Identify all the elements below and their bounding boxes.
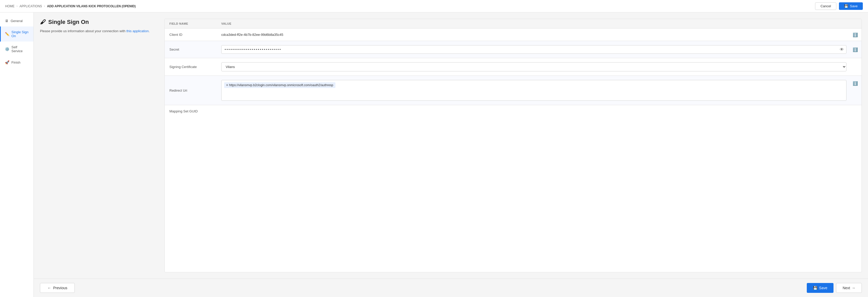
breadcrumb-home[interactable]: HOME [5,4,14,8]
field-label-client-id: Client ID [165,29,217,41]
info-cell-signing-cert [851,58,862,76]
top-nav: HOME › APPLICATIONS › ADD APPLICATION VI… [0,0,868,12]
form-table: FIELD NAME VALUE Client ID cdca3ded-ff2e… [165,19,862,117]
save-top-label: Save [850,4,858,8]
previous-button[interactable]: ← Previous [40,283,75,293]
info-cell-secret: ℹ️ [851,41,862,58]
sidebar-item-self-service-label: Self Service [11,45,29,53]
sidebar-item-self-service[interactable]: ⚙️ Self Service [0,41,33,57]
value-cell-secret: 👁 [217,41,851,58]
subtitle-before: Please provide us information about your… [40,29,126,33]
value-cell-client-id: cdca3ded-ff2e-4b7b-82ee-99d6b8a35c45 [217,29,851,41]
save-bottom-label: Save [819,286,827,290]
field-label-redirect-uri: Redirect Uri [165,76,217,105]
breadcrumb: HOME › APPLICATIONS › ADD APPLICATION VI… [5,4,136,8]
secret-wrapper: 👁 [221,45,846,54]
sidebar-item-sso-label: Single Sign On [11,30,29,38]
info-cell-redirect-uri: ℹ️ [851,76,862,105]
field-label-mapping-guid: Mapping Set GUID [165,105,217,118]
breadcrumb-applications[interactable]: APPLICATIONS [20,4,42,8]
col-value: VALUE [217,19,851,29]
content-area: 🖌 Single Sign On Please provide us infor… [34,12,868,278]
right-bottom-actions: 💾 Save Next → [807,283,862,293]
breadcrumb-sep-1: › [17,5,18,7]
save-bottom-icon: 💾 [813,286,817,290]
top-action-bar: Cancel 💾 Save [815,2,863,10]
page-title: 🖌 Single Sign On [40,19,157,25]
monitor-icon: 🖥 [5,19,8,23]
info-icon-secret[interactable]: ℹ️ [853,47,858,52]
info-icon-redirect-uri[interactable]: ℹ️ [853,81,858,86]
sidebar-item-finish[interactable]: 🚀 Finish [0,57,33,68]
paintbrush-icon: 🖌 [40,19,45,25]
rocket-icon: 🚀 [5,60,9,64]
info-cell-mapping-guid [851,105,862,118]
table-row: Secret 👁 ℹ️ [165,41,862,58]
pencil-icon: ✏️ [5,32,9,36]
save-top-icon: 💾 [844,4,848,8]
value-cell-signing-cert: Vilans [217,58,851,76]
arrow-right-icon: → [851,286,855,290]
uri-tag-value: https://vilansmvp.b2clogin.com/vilansmvp… [229,83,333,87]
remove-uri-tag[interactable]: × [226,83,228,87]
value-cell-mapping-guid[interactable] [217,105,851,118]
cancel-button[interactable]: Cancel [815,2,836,10]
bottom-bar: ← Previous 💾 Save Next → [34,278,868,297]
main-layout: 🖥 General ✏️ Single Sign On ⚙️ Self Serv… [0,12,868,297]
breadcrumb-sep-2: › [44,5,45,7]
subtitle-after: . [149,29,150,33]
arrow-left-icon: ← [48,286,51,290]
main-content: 🖌 Single Sign On Please provide us infor… [34,12,868,297]
table-header: FIELD NAME VALUE [165,19,862,29]
sidebar-item-sso[interactable]: ✏️ Single Sign On [0,27,33,41]
uri-tag: × https://vilansmvp.b2clogin.com/vilansm… [224,82,335,88]
subtitle-link[interactable]: this application [126,29,149,33]
table-row: Mapping Set GUID [165,105,862,118]
info-cell-client-id: ℹ️ [851,29,862,41]
previous-label: Previous [53,286,67,290]
next-button[interactable]: Next → [836,283,862,293]
save-bottom-button[interactable]: 💾 Save [807,283,834,293]
eye-icon[interactable]: 👁 [840,47,844,52]
next-label: Next [843,286,850,290]
gear-icon: ⚙️ [5,47,9,51]
sidebar: 🖥 General ✏️ Single Sign On ⚙️ Self Serv… [0,12,34,297]
table-row: Client ID cdca3ded-ff2e-4b7b-82ee-99d6b8… [165,29,862,41]
field-label-secret: Secret [165,41,217,58]
col-field-name: FIELD NAME [165,19,217,29]
table-body: Client ID cdca3ded-ff2e-4b7b-82ee-99d6b8… [165,29,862,118]
table-row: Redirect Uri × https://vilansmvp.b2clogi… [165,76,862,105]
page-subtitle: Please provide us information about your… [40,29,157,33]
info-icon-client-id[interactable]: ℹ️ [853,32,858,37]
field-label-signing-cert: Signing Certificate [165,58,217,76]
breadcrumb-current: ADD APPLICATION VILANS KICK PROTOCOLLEN … [47,4,136,8]
page-title-text: Single Sign On [48,19,89,25]
signing-cert-select[interactable]: Vilans [221,62,846,71]
save-top-button[interactable]: 💾 Save [839,2,863,10]
sidebar-item-general[interactable]: 🖥 General [0,15,33,27]
sidebar-item-finish-label: Finish [11,60,21,64]
table-row: Signing Certificate Vilans [165,58,862,76]
secret-input[interactable] [221,45,846,54]
left-panel: 🖌 Single Sign On Please provide us infor… [40,19,164,272]
form-table-panel: FIELD NAME VALUE Client ID cdca3ded-ff2e… [164,19,862,272]
value-cell-redirect-uri: × https://vilansmvp.b2clogin.com/vilansm… [217,76,851,105]
sidebar-item-general-label: General [11,19,23,23]
redirect-uri-input[interactable]: × https://vilansmvp.b2clogin.com/vilansm… [221,80,846,101]
client-id-value: cdca3ded-ff2e-4b7b-82ee-99d6b8a35c45 [221,33,283,37]
